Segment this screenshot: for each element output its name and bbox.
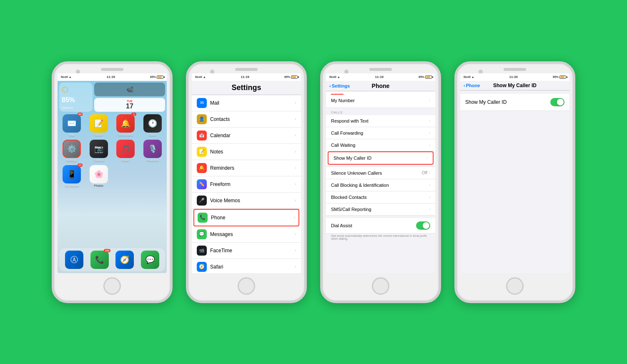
battery-fill — [158, 76, 162, 78]
settings-facetime[interactable]: 📹 FaceTime › — [192, 243, 301, 259]
calendar-day: 17 — [126, 103, 133, 110]
dock: Ⓐ 📞 120 🧭 💬 — [59, 248, 165, 271]
phone3-speaker — [369, 68, 392, 71]
call-forwarding[interactable]: Call Forwarding › — [326, 127, 435, 139]
settings-mail[interactable]: ✉ Mail › — [192, 95, 301, 111]
p4-back-chevron-icon: ‹ — [464, 83, 465, 88]
back-chevron-icon: ‹ — [329, 83, 331, 88]
more-group: Silence Unknown Callers Off › Call Block… — [326, 167, 435, 216]
p2-wifi: ▲ — [203, 75, 206, 78]
phone-icon: 📞 — [198, 213, 208, 223]
caller-id-toggle[interactable] — [550, 98, 564, 106]
blocked-contacts[interactable]: Blocked Contacts › — [326, 191, 435, 203]
phone3-list: My Number › CALLS Respond with Text › — [326, 91, 435, 273]
caller-id-label: Show My Caller ID — [334, 156, 426, 161]
app-shortcuts[interactable]: 📱 17 KS iMobile — [60, 165, 84, 187]
settings-contacts[interactable]: 👤 Contacts › — [192, 111, 301, 128]
dock-safari[interactable]: 🧭 — [115, 251, 134, 269]
phone2-wrapper: Ncell ▲ 11:19 85% Settings ✉ Mail — [186, 61, 307, 303]
settings-notes[interactable]: 📝 Notes › — [192, 144, 301, 160]
dock-messages[interactable]: 💬 — [141, 251, 159, 269]
phone4: Ncell ▲ 11:20 85% ‹ Phone Show — [454, 61, 575, 303]
settings-app-icon: ⚙️ — [63, 140, 81, 158]
settings-calendar[interactable]: 📅 Calendar › — [192, 128, 301, 144]
more-content: Silence Unknown Callers Off › Call Block… — [326, 167, 435, 216]
settings-phone-label: Phone — [211, 215, 294, 221]
app-mail[interactable]: ✉️ 63 Mail — [60, 114, 84, 136]
dock-appstore[interactable]: Ⓐ — [65, 251, 83, 269]
app-reminders[interactable]: 🔔 1 Reminders — [114, 114, 138, 136]
show-caller-id[interactable]: Show My Caller ID › — [328, 151, 434, 165]
home-button-1[interactable] — [103, 277, 121, 295]
app-notes[interactable]: 📝 Notes — [87, 114, 111, 136]
silence-chevron: › — [429, 171, 430, 175]
reminders-app-icon: 🔔 1 — [116, 114, 135, 133]
p4-battery-fill — [560, 76, 564, 78]
settings-messages[interactable]: 💬 Messages › — [192, 226, 301, 243]
reminders-chevron-icon: › — [295, 166, 296, 170]
shortcuts-label: KS iMobile — [65, 184, 79, 187]
sms-call-reporting[interactable]: SMS/Call Reporting › — [326, 203, 435, 216]
home-button-2[interactable] — [238, 277, 255, 295]
settings-safari[interactable]: 🧭 Safari › — [192, 259, 301, 273]
blocked-label: Blocked Contacts — [331, 195, 429, 200]
phone2: Ncell ▲ 11:19 85% Settings ✉ Mail — [186, 61, 307, 303]
settings-freeform[interactable]: ✏️ Freeform › — [192, 176, 301, 193]
caller-id-item: Show My Caller ID — [460, 94, 569, 111]
respond-with-text[interactable]: Respond with Text › — [326, 115, 435, 127]
dial-assist-content: Dial Assist — [326, 218, 435, 233]
my-number-item[interactable]: My Number › — [331, 96, 430, 105]
p2-battery: 85% — [284, 75, 290, 78]
respond-chevron: › — [429, 119, 430, 123]
phone4-status-bar: Ncell ▲ 11:20 85% — [460, 73, 569, 81]
phone3: Ncell ▲ 11:19 85% ‹ Settings Ph — [320, 61, 441, 303]
mail-chevron-icon: › — [295, 100, 296, 105]
app-podcasts[interactable]: 🎙️ Podcasts — [141, 140, 165, 162]
phone3-back-button[interactable]: ‹ Settings — [329, 83, 350, 88]
app-settings[interactable]: ⚙️ Settings — [60, 140, 84, 162]
phone2-screen: Ncell ▲ 11:19 85% Settings ✉ Mail — [192, 73, 301, 273]
dock-phone[interactable]: 📞 120 — [90, 251, 109, 269]
settings-title: Settings — [192, 81, 301, 95]
dial-assist[interactable]: Dial Assist — [326, 218, 435, 233]
dial-assist-toggle[interactable] — [416, 221, 430, 230]
app-camera[interactable]: 📷 Camera — [87, 140, 111, 162]
widget-row: ⬡ 85% Batteries 📹 TUE 17 — [59, 83, 165, 112]
settings-notes-label: Notes — [210, 149, 295, 155]
settings-voicememos-label: Voice Memos — [210, 198, 295, 203]
phone2-top — [188, 64, 304, 73]
clock-label: Clock — [149, 133, 156, 136]
home-button-4[interactable] — [506, 277, 524, 295]
home-button-3[interactable] — [372, 277, 389, 295]
call-blocking[interactable]: Call Blocking & Identification › — [326, 179, 435, 191]
settings-calendar-label: Calendar — [210, 133, 295, 138]
settings-phone[interactable]: 📞 Phone › — [193, 209, 299, 226]
phone4-back-button[interactable]: ‹ Phone — [464, 83, 480, 88]
phone3-wrapper: Ncell ▲ 11:19 85% ‹ Settings Ph — [320, 61, 441, 303]
phone2-speaker — [235, 68, 258, 71]
mail-app-icon: ✉️ 63 — [63, 114, 81, 133]
app-grid: ✉️ 63 Mail 📝 Notes 🔔 1 — [59, 114, 165, 187]
settings-reminders[interactable]: 🔔 Reminders › — [192, 160, 301, 176]
voicememos-chevron-icon: › — [295, 198, 296, 203]
carrier-label: Ncell — [61, 75, 68, 78]
settings-reminders-label: Reminders — [210, 165, 295, 171]
silence-unknown[interactable]: Silence Unknown Callers Off › — [326, 167, 435, 179]
calendar-chevron-icon: › — [295, 133, 296, 138]
app-clock[interactable]: 🕐 Clock — [141, 114, 165, 136]
battery-widget-icon: ⬡ — [62, 85, 90, 94]
clock-app-icon: 🕐 — [143, 114, 162, 133]
phone1-bottom — [54, 273, 170, 301]
battery-widget-pct: 85% — [62, 96, 90, 104]
phone1: Ncell ▲ 11:19 85% ⬡ 85% — [52, 61, 173, 303]
photos-label: Photos — [94, 184, 103, 187]
reminders-badge: 1 — [131, 113, 136, 116]
waiting-chevron: › — [429, 143, 430, 147]
app-photos[interactable]: 🌸 Photos — [87, 165, 111, 187]
settings-messages-label: Messages — [210, 231, 295, 237]
app-music[interactable]: 🎵 Music — [114, 140, 138, 162]
voicememos-icon: 🎤 — [197, 196, 207, 206]
call-waiting[interactable]: Call Waiting › — [326, 139, 435, 151]
calls-group: CALLS Respond with Text › Call Forwardin… — [326, 109, 435, 165]
settings-voicememos[interactable]: 🎤 Voice Memos › — [192, 193, 301, 209]
